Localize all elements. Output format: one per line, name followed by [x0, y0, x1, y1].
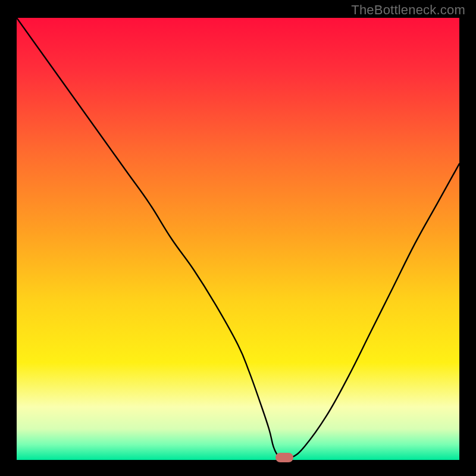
bottleneck-chart — [17, 18, 459, 460]
gradient-background — [17, 18, 459, 460]
minimum-marker — [275, 453, 293, 462]
watermark-text: TheBottleneck.com — [351, 2, 465, 18]
chart-frame: TheBottleneck.com — [0, 0, 476, 476]
